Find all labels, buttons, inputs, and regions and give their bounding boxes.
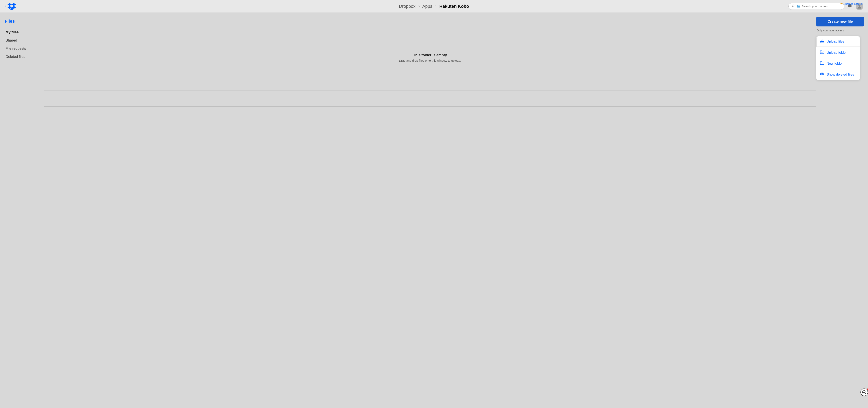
- search-bar[interactable]: [788, 3, 844, 10]
- svg-point-2: [849, 7, 850, 8]
- search-folder-icon: [797, 5, 800, 8]
- empty-folder-subtitle: Drag and drop files onto this window to …: [52, 59, 808, 62]
- dropdown-menu: Upload files Upload folder: [816, 36, 860, 80]
- breadcrumb-sep1: ›: [418, 4, 420, 9]
- svg-point-6: [822, 73, 823, 74]
- create-new-file-button[interactable]: Create new file: [816, 17, 864, 26]
- topbar: ‹ Dropbox › Apps › Rakuten Kobo: [0, 0, 868, 13]
- back-button[interactable]: ‹: [5, 4, 6, 8]
- new-folder-label: New folder: [827, 62, 843, 66]
- upload-folder-icon: [820, 50, 824, 55]
- breadcrumb: Dropbox › Apps › Rakuten Kobo: [399, 4, 469, 9]
- topbar-left: ‹: [5, 3, 16, 10]
- dropdown-item-upload-files[interactable]: Upload files: [816, 36, 860, 47]
- star-icon: ★: [840, 2, 843, 6]
- empty-folder-title: This folder is empty: [52, 53, 808, 57]
- new-folder-icon: [820, 61, 824, 66]
- layout: Files My files Shared File requests Dele…: [0, 13, 868, 408]
- svg-line-1: [794, 6, 795, 7]
- breadcrumb-part3[interactable]: Rakuten Kobo: [439, 4, 469, 9]
- notification-dot: [866, 388, 868, 390]
- svg-point-7: [862, 390, 866, 394]
- dropbox-logo[interactable]: [7, 3, 16, 10]
- checkmark-badge[interactable]: [861, 388, 868, 396]
- sidebar-item-shared[interactable]: Shared: [5, 37, 39, 44]
- show-deleted-label: Show deleted files: [827, 72, 854, 76]
- sidebar-item-deleted-files[interactable]: Deleted files: [5, 53, 39, 60]
- upload-files-icon: [820, 39, 824, 44]
- right-panel: Create new file Only you have access Upl…: [816, 13, 868, 408]
- upload-folder-label: Upload folder: [827, 51, 847, 55]
- search-input[interactable]: [802, 5, 841, 8]
- svg-rect-4: [820, 41, 824, 43]
- upgrade-account-link[interactable]: ★ Upgrade account: [840, 2, 863, 6]
- svg-point-5: [820, 73, 824, 75]
- dropdown-item-upload-folder[interactable]: Upload folder: [816, 47, 860, 58]
- dropdown-item-new-folder[interactable]: New folder: [816, 58, 860, 69]
- breadcrumb-part1[interactable]: Dropbox: [399, 4, 415, 9]
- search-icon: [792, 4, 795, 8]
- sidebar: Files My files Shared File requests Dele…: [0, 13, 44, 408]
- breadcrumb-sep2: ›: [435, 4, 437, 9]
- dropdown-item-show-deleted[interactable]: Show deleted files: [816, 69, 860, 80]
- sidebar-item-file-requests[interactable]: File requests: [5, 45, 39, 52]
- empty-folder-section: This folder is empty Drag and drop files…: [44, 41, 816, 74]
- upgrade-account-label: Upgrade account: [843, 2, 863, 5]
- upload-files-label: Upload files: [827, 39, 844, 43]
- sidebar-nav: My files Shared File requests Deleted fi…: [5, 29, 39, 60]
- sidebar-item-my-files[interactable]: My files: [5, 29, 39, 36]
- show-deleted-icon: [820, 72, 824, 77]
- sidebar-heading: Files: [5, 19, 39, 24]
- breadcrumb-part2[interactable]: Apps: [422, 4, 432, 9]
- access-text: Only you have access: [816, 29, 864, 32]
- main-content: This folder is empty Drag and drop files…: [44, 13, 816, 408]
